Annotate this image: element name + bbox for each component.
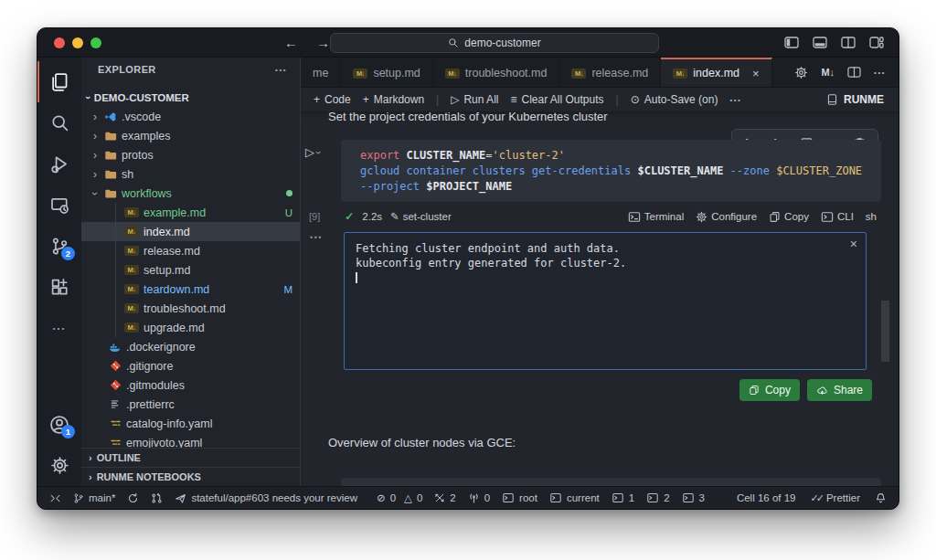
cli-action[interactable]: CLI [821,211,854,223]
tree-item-catalog-info-yaml[interactable]: catalog-info.yaml [81,414,300,433]
sync-indicator[interactable] [127,492,139,504]
split-editor-icon[interactable] [847,66,861,79]
cell-name[interactable]: ✎ set-cluster [390,210,452,223]
configure-action[interactable]: Configure [696,211,757,223]
tree-root-demo-customer[interactable]: › DEMO-CUSTOMER [81,89,300,107]
run-cell-button[interactable]: ▷ › [305,145,321,159]
review-request[interactable]: stateful/app#603 needs your review [175,492,357,504]
tab-me[interactable]: me [301,58,341,87]
tab-setup-md[interactable]: M↓ setup.md [341,58,432,87]
copy-output-button[interactable]: Copy [739,379,800,401]
activity-remote-explorer[interactable] [37,185,81,226]
tree-item-dockerignore[interactable]: .dockerignore [81,337,300,356]
activity-source-control[interactable]: 2 [37,226,81,267]
pull-request-indicator[interactable] [151,492,163,504]
markdown-preview-icon[interactable]: M↓ [821,67,835,78]
forward-icon[interactable]: → [316,35,330,50]
tree-item-emojivoto-yaml[interactable]: emojivoto.yaml [81,433,300,448]
more-actions-icon[interactable]: ••• [874,69,886,77]
activity-settings[interactable] [37,445,81,486]
code-cell[interactable]: export CLUSTER_NAME='cluster-2' gcloud c… [341,140,881,202]
close-tab-icon[interactable]: × [752,67,760,80]
ports-indicator[interactable]: 0 [468,492,490,504]
auto-save-toggle[interactable]: ⊙ Auto-Save (on) [631,93,718,106]
tree-item-sh[interactable]: › sh [81,164,300,184]
zoom-window-button[interactable] [90,37,101,48]
share-output-button[interactable]: Share [807,379,872,401]
copy-action[interactable]: Copy [769,211,809,223]
notifications-bell[interactable] [875,492,887,504]
terminal-action[interactable]: Terminal [628,211,684,223]
formatter-indicator[interactable]: ✓✓ Prettier [810,492,860,504]
tree-item-prettierrc[interactable]: .prettierrc [81,395,300,414]
tab-index-md[interactable]: M↓ index.md × [661,58,771,87]
minimize-window-button[interactable] [72,37,83,48]
editor-scrollbar[interactable] [881,301,889,362]
tab-release-md[interactable]: M↓ release.md [559,58,661,87]
tree-item-vscode[interactable]: › .vscode [81,107,300,126]
markdown-cell-above: Set the project credentials of your Kube… [328,110,844,123]
toggle-panel-icon[interactable] [813,36,827,49]
tree-item-release-md[interactable]: M↓ release.md [81,241,300,260]
customize-layout-icon[interactable] [869,36,884,49]
explorer-more-actions[interactable]: ••• [275,66,287,74]
terminal-session-root[interactable]: root [502,492,537,503]
terminal-session-current[interactable]: current [549,492,600,503]
prettier-icon [109,398,122,411]
tasks-indicator[interactable]: 2 [434,492,455,503]
markdown-file-icon: M↓ [124,227,139,237]
activity-search[interactable] [37,102,81,143]
terminal-session-1[interactable]: 1 [612,492,634,503]
execution-count: [9] [309,211,320,222]
cell-language[interactable]: sh [866,211,877,222]
close-window-button[interactable] [54,37,65,48]
tree-item-setup-md[interactable]: M↓ setup.md [81,260,300,280]
close-output-icon[interactable]: × [850,237,857,251]
split-editor-icon[interactable] [841,36,856,49]
more-actions-icon[interactable]: ••• [729,96,741,104]
activity-explorer[interactable] [37,61,81,102]
toggle-sidebar-icon[interactable] [784,36,799,49]
tree-item-gitmodules[interactable]: .gitmodules [81,375,300,395]
cloud-share-icon [816,385,828,396]
markdown-cell-below: Overview of cluster nodes via GCE: [328,436,516,449]
terminal-session-3[interactable]: 3 [682,492,705,503]
command-center-search[interactable]: demo-customer [330,33,659,53]
gear-icon[interactable] [794,66,808,79]
code-token: container clusters get-credentials [399,164,637,177]
tree-item-upgrade-md[interactable]: M↓ upgrade.md [81,318,300,337]
add-code-button[interactable]: + Code [314,93,351,106]
activity-run-debug[interactable] [37,143,81,185]
tree-item-example-md[interactable]: M↓ example.md U [81,203,300,222]
tree-item-gitignore[interactable]: .gitignore [81,356,300,375]
tree-item-troubleshoot-md[interactable]: M↓ troubleshoot.md [81,299,300,318]
indent-guide [115,203,116,337]
cell-position[interactable]: Cell 16 of 19 [737,492,796,503]
changes-dot-badge [286,190,292,196]
section-outline[interactable]: › OUTLINE [81,448,300,467]
branch-indicator[interactable]: main* [73,492,115,504]
run-all-button[interactable]: ▷ Run All [451,93,498,106]
tree-item-workflows[interactable]: › workflows [81,184,300,203]
tree-item-index-md[interactable]: M↓ index.md [81,222,300,241]
tree-item-protos[interactable]: › protos [81,145,300,164]
search-icon [448,37,459,48]
next-cell-partial[interactable] [341,478,881,486]
error-icon: ⊘ [377,491,386,504]
problems-indicator[interactable]: ⊘ 0 △ 0 [377,491,422,504]
tree-item-teardown-md[interactable]: M↓ teardown.md M [81,280,300,299]
output-collapse-icon[interactable]: ••• [310,233,323,242]
remote-indicator[interactable] [49,492,61,504]
add-markdown-button[interactable]: + Markdown [363,93,424,106]
back-icon[interactable]: ← [284,35,298,50]
activity-more[interactable]: ••• [37,308,81,349]
section-runme-notebooks[interactable]: › RUNME NOTEBOOKS [81,467,300,486]
activity-accounts[interactable]: 1 [37,404,81,445]
tree-item-examples[interactable]: › examples [81,126,300,145]
clear-all-outputs-button[interactable]: ≡ Clear All Outputs [510,93,603,106]
markdown-file-icon: M↓ [124,322,139,333]
cell-output[interactable]: × Fetching cluster endpoint and auth dat… [344,232,867,370]
tab-troubleshoot-md[interactable]: M↓ troubleshoot.md [433,58,560,87]
activity-extensions[interactable] [37,267,81,308]
terminal-session-2[interactable]: 2 [646,492,669,503]
